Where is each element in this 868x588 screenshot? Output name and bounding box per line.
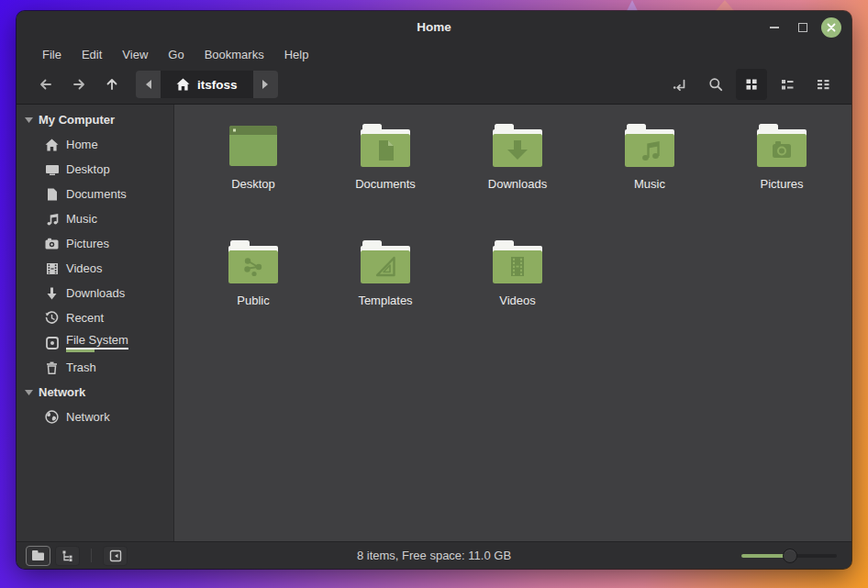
folder-label: Public bbox=[237, 294, 269, 307]
statusbar: 8 items, Free space: 11.0 GB bbox=[17, 541, 851, 569]
list-view-button[interactable] bbox=[772, 69, 803, 100]
zoom-slider-handle[interactable] bbox=[783, 549, 797, 563]
sidebar-section-network[interactable]: Network bbox=[17, 380, 173, 405]
templates-folder-icon bbox=[359, 239, 412, 285]
folder-label: Videos bbox=[499, 294, 536, 307]
breadcrumb-current-location[interactable]: itsfoss bbox=[161, 71, 253, 98]
compact-view-button[interactable] bbox=[807, 69, 839, 100]
folder-label: Music bbox=[634, 177, 665, 191]
sidebar-item-pictures[interactable]: Pictures bbox=[17, 231, 173, 256]
sidebar-item-label: Music bbox=[66, 212, 97, 226]
download-arrow-icon bbox=[44, 286, 60, 301]
location-entry-icon bbox=[672, 76, 688, 93]
folder-label: Desktop bbox=[231, 177, 275, 191]
sidebar-item-label: Videos bbox=[66, 261, 103, 275]
desktop-icon bbox=[44, 162, 60, 177]
back-button[interactable] bbox=[29, 71, 62, 98]
sidebar-item-file-system[interactable]: File System bbox=[17, 330, 173, 355]
tree-icon bbox=[61, 549, 74, 562]
hide-panel-icon bbox=[109, 549, 122, 562]
arrow-up-icon bbox=[104, 76, 120, 93]
sidebar-item-home[interactable]: Home bbox=[17, 132, 173, 157]
up-button[interactable] bbox=[95, 71, 128, 98]
folder-music[interactable]: Music bbox=[584, 116, 716, 232]
sidebar-item-recent[interactable]: Recent bbox=[17, 305, 173, 330]
globe-icon bbox=[44, 410, 60, 425]
sidebar-item-trash[interactable]: Trash bbox=[17, 355, 173, 380]
zoom-slider-fill bbox=[741, 554, 785, 558]
menu-go[interactable]: Go bbox=[158, 48, 194, 61]
window-controls bbox=[764, 17, 851, 38]
file-view[interactable]: Desktop Documents bbox=[174, 105, 851, 541]
menu-view[interactable]: View bbox=[112, 48, 158, 61]
collapse-arrow-icon bbox=[25, 390, 33, 395]
menu-bookmarks[interactable]: Bookmarks bbox=[195, 48, 274, 61]
compact-view-icon bbox=[816, 77, 830, 92]
sidebar-item-label: Desktop bbox=[66, 162, 110, 176]
trash-icon bbox=[44, 361, 60, 375]
toggle-location-entry-button[interactable] bbox=[664, 69, 696, 100]
breadcrumb-next-button[interactable] bbox=[253, 71, 278, 98]
list-view-icon bbox=[780, 77, 795, 92]
sidebar-item-desktop[interactable]: Desktop bbox=[17, 157, 173, 182]
folder-public[interactable]: Public bbox=[187, 232, 319, 349]
public-folder-icon bbox=[227, 239, 280, 285]
window-title: Home bbox=[17, 20, 851, 34]
sidebar-item-downloads[interactable]: Downloads bbox=[17, 281, 173, 305]
camera-icon bbox=[44, 237, 60, 251]
music-note-icon bbox=[44, 212, 60, 227]
breadcrumb-prev-button[interactable] bbox=[136, 71, 161, 98]
sidebar-item-label: Recent bbox=[66, 311, 104, 325]
menu-edit[interactable]: Edit bbox=[72, 48, 112, 61]
status-text: 8 items, Free space: 11.0 GB bbox=[17, 549, 851, 562]
sidebar-mode-buttons bbox=[26, 546, 128, 566]
sidebar-item-music[interactable]: Music bbox=[17, 206, 173, 231]
folder-videos[interactable]: Videos bbox=[451, 232, 584, 349]
grid-view-icon bbox=[744, 77, 759, 92]
treeview-sidebar-button[interactable] bbox=[55, 546, 80, 566]
maximize-icon bbox=[798, 23, 807, 32]
sidebar-item-documents[interactable]: Documents bbox=[17, 182, 173, 206]
collapse-arrow-icon bbox=[25, 117, 33, 123]
breadcrumb-location-label: itsfoss bbox=[197, 78, 238, 92]
sidebar-section-label: Network bbox=[39, 385, 85, 399]
folder-downloads[interactable]: Downloads bbox=[451, 116, 584, 232]
places-sidebar-button[interactable] bbox=[26, 546, 50, 566]
search-icon bbox=[707, 76, 724, 93]
sidebar-section-my-computer[interactable]: My Computer bbox=[17, 107, 173, 132]
arrow-right-icon bbox=[71, 76, 87, 93]
sidebar-section-label: My Computer bbox=[39, 113, 115, 127]
close-icon bbox=[821, 17, 841, 38]
folder-documents[interactable]: Documents bbox=[319, 116, 451, 232]
documents-folder-icon bbox=[359, 123, 412, 169]
maximize-button[interactable] bbox=[793, 17, 813, 38]
zoom-slider[interactable] bbox=[741, 554, 837, 558]
disk-icon bbox=[44, 336, 60, 350]
folder-desktop[interactable]: Desktop bbox=[187, 116, 319, 232]
menu-file[interactable]: File bbox=[32, 48, 72, 61]
close-button[interactable] bbox=[821, 17, 841, 38]
folder-pictures[interactable]: Pictures bbox=[716, 116, 848, 232]
sidebar-item-label: Home bbox=[66, 138, 98, 151]
folder-label: Documents bbox=[355, 177, 416, 191]
titlebar[interactable]: Home bbox=[17, 11, 851, 43]
zoom-control bbox=[741, 554, 842, 558]
file-manager-window: Home File Edit View Go Bookmarks Help bbox=[17, 11, 851, 569]
sidebar-item-label: Documents bbox=[66, 187, 127, 201]
hide-sidebar-button[interactable] bbox=[103, 546, 128, 566]
sidebar-item-videos[interactable]: Videos bbox=[17, 256, 173, 281]
music-folder-icon bbox=[623, 123, 676, 169]
minimize-button[interactable] bbox=[764, 17, 785, 38]
recent-clock-icon bbox=[44, 311, 60, 326]
folder-label: Downloads bbox=[488, 177, 547, 191]
downloads-folder-icon bbox=[491, 123, 544, 169]
menu-help[interactable]: Help bbox=[274, 48, 319, 61]
folder-templates[interactable]: Templates bbox=[319, 232, 451, 349]
forward-button[interactable] bbox=[62, 71, 95, 98]
minimize-icon bbox=[770, 27, 779, 28]
sidebar-item-network[interactable]: Network bbox=[17, 405, 173, 429]
search-button[interactable] bbox=[700, 69, 731, 100]
icon-view-button[interactable] bbox=[736, 69, 767, 100]
menubar: File Edit View Go Bookmarks Help bbox=[17, 43, 851, 65]
sidebar-item-label: Trash bbox=[66, 361, 96, 374]
